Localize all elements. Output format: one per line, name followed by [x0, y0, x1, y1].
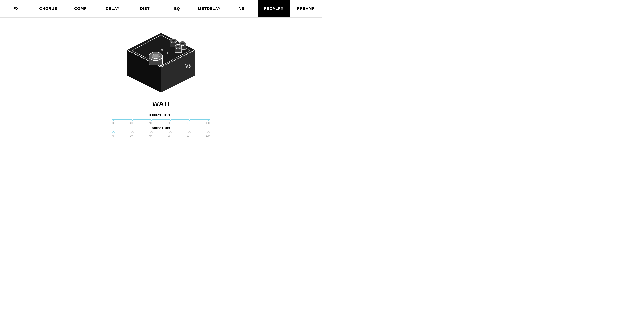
navigation-bar: FXCHORUSCOMPDELAYDISTEQMSTDELAYNSPEDALFX…	[0, 0, 322, 18]
direct-mix-thumb[interactable]	[112, 131, 115, 133]
dm-tick-40: 40	[149, 134, 152, 137]
nav-item-comp[interactable]: COMP	[64, 0, 96, 18]
tick-0: 0	[112, 122, 114, 124]
nav-item-delay[interactable]: DELAY	[96, 0, 129, 18]
dm-tick-0: 0	[112, 134, 114, 137]
main-content: WAH EFFECT LEVEL	[0, 18, 322, 139]
dm-tick-60: 60	[168, 134, 170, 137]
nav-item-pedalfx[interactable]: PEDALFX	[258, 0, 290, 18]
tick-40: 40	[149, 122, 152, 124]
effect-level-group: EFFECT LEVEL	[112, 114, 210, 124]
svg-point-17	[161, 49, 163, 51]
effect-level-label: EFFECT LEVEL	[112, 114, 210, 117]
dm-tick-80: 80	[187, 134, 189, 137]
tick-20: 20	[130, 122, 133, 124]
pedal-image	[118, 26, 204, 99]
dm-tick-100: 100	[206, 134, 210, 137]
nav-item-preamp[interactable]: PREAMP	[290, 0, 322, 18]
direct-mix-group: DIRECT MIX 0	[112, 126, 210, 137]
tick-60: 60	[168, 122, 170, 124]
nav-item-dist[interactable]: DIST	[129, 0, 161, 18]
sliders-section: EFFECT LEVEL	[112, 114, 210, 139]
svg-point-26	[187, 65, 188, 66]
svg-point-18	[166, 52, 168, 54]
nav-item-eq[interactable]: EQ	[161, 0, 193, 18]
nav-item-chorus[interactable]: CHORUS	[32, 0, 64, 18]
dm-tick-20: 20	[130, 134, 133, 137]
nav-item-mstdelay[interactable]: MSTDELAY	[193, 0, 226, 18]
nav-item-fx[interactable]: FX	[0, 0, 32, 18]
pedal-container: WAH	[112, 22, 210, 112]
svg-point-12	[181, 42, 184, 44]
tick-100: 100	[206, 122, 210, 124]
effect-level-thumb[interactable]	[207, 118, 210, 121]
svg-point-23	[153, 54, 158, 57]
svg-point-16	[177, 46, 180, 48]
tick-80: 80	[187, 122, 189, 124]
nav-item-ns[interactable]: NS	[226, 0, 258, 18]
direct-mix-label: DIRECT MIX	[112, 126, 210, 130]
pedal-name: WAH	[152, 100, 170, 108]
svg-point-8	[172, 40, 175, 42]
